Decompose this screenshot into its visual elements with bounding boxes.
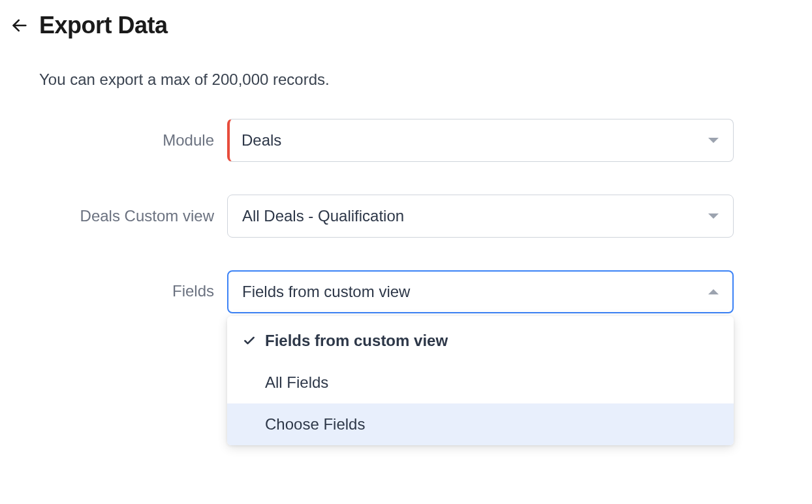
page-subtitle: You can export a max of 200,000 records. xyxy=(39,71,802,89)
page-title: Export Data xyxy=(39,12,168,39)
caret-up-icon xyxy=(708,289,719,294)
custom-view-dropdown-value: All Deals - Qualification xyxy=(242,207,404,225)
custom-view-label: Deals Custom view xyxy=(10,207,227,225)
fields-option-from-custom-view[interactable]: Fields from custom view xyxy=(227,320,734,362)
fields-dropdown-menu: Fields from custom view All Fields Choos… xyxy=(227,316,734,445)
fields-dropdown[interactable]: Fields from custom view xyxy=(227,270,734,313)
check-icon xyxy=(243,334,256,347)
module-label: Module xyxy=(10,131,227,150)
arrow-left-icon xyxy=(10,16,29,35)
caret-down-icon xyxy=(708,138,719,143)
option-label: Choose Fields xyxy=(265,415,365,433)
option-label: Fields from custom view xyxy=(265,332,448,350)
option-label: All Fields xyxy=(265,373,328,392)
fields-option-choose-fields[interactable]: Choose Fields xyxy=(227,403,734,445)
module-dropdown[interactable]: Deals xyxy=(227,119,734,162)
custom-view-dropdown[interactable]: All Deals - Qualification xyxy=(227,195,734,238)
caret-down-icon xyxy=(708,213,719,219)
back-button[interactable] xyxy=(10,16,29,35)
fields-dropdown-value: Fields from custom view xyxy=(242,283,410,301)
module-dropdown-value: Deals xyxy=(242,131,281,150)
fields-label: Fields xyxy=(10,270,227,300)
fields-option-all-fields[interactable]: All Fields xyxy=(227,362,734,403)
